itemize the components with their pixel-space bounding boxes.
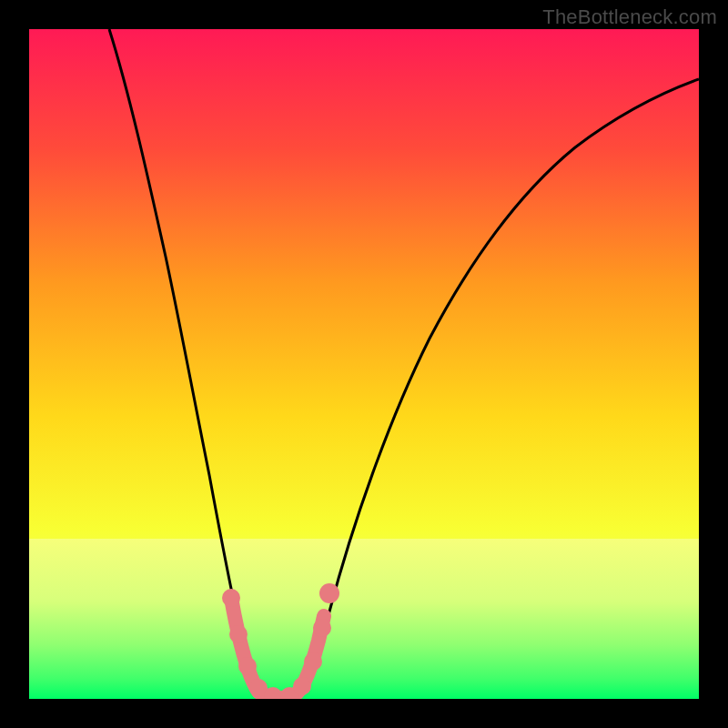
chart-frame: TheBottleneck.com xyxy=(0,0,728,728)
svg-point-0 xyxy=(222,589,240,607)
svg-point-9 xyxy=(319,583,339,603)
plot-area xyxy=(29,29,699,699)
svg-point-6 xyxy=(293,677,311,695)
svg-point-1 xyxy=(229,625,248,643)
watermark-text: TheBottleneck.com xyxy=(542,5,717,29)
svg-point-7 xyxy=(304,652,322,671)
svg-point-8 xyxy=(313,619,331,637)
svg-point-2 xyxy=(238,657,257,675)
green-band xyxy=(29,539,699,699)
chart-svg xyxy=(29,29,699,699)
